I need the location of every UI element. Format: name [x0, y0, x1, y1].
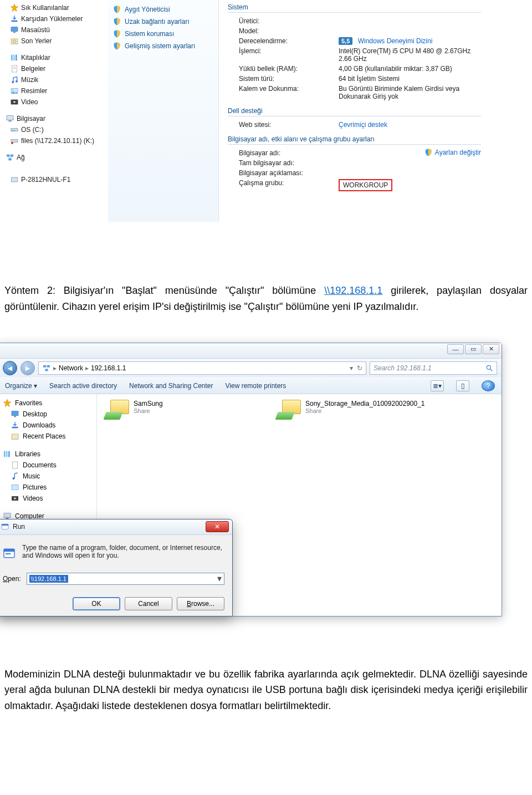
run-browse-button[interactable]: Browse... — [177, 597, 224, 610]
libraries-header[interactable]: Libraries — [1, 449, 94, 460]
run-input-value: \\192.168.1.1 — [29, 575, 68, 583]
task-device-manager[interactable]: Aygıt Yöneticisi — [112, 3, 214, 16]
svg-rect-8 — [16, 55, 17, 61]
shield-icon — [424, 148, 433, 157]
task-system-protection[interactable]: Sistem koruması — [112, 28, 214, 40]
tree-item[interactable]: Son Yerler — [3, 35, 105, 47]
run-ok-button[interactable]: OK — [73, 597, 120, 610]
run-title-text: Run — [13, 523, 25, 531]
run-open-row: Open: \\192.168.1.1 ▾ — [3, 573, 224, 585]
label: Üretici: — [239, 17, 339, 25]
close-button[interactable]: ✕ — [483, 344, 499, 354]
label: İşlemci: — [239, 47, 339, 63]
label: Videos — [23, 495, 43, 502]
search-input[interactable]: Search 192.168.1.1 — [370, 361, 497, 375]
section-dell: Dell desteği — [228, 107, 481, 116]
change-settings-link[interactable]: Ayarları değiştir — [424, 148, 481, 157]
list-item[interactable]: Pictures — [1, 482, 94, 493]
view-options-button[interactable]: ≣▾ — [431, 380, 444, 391]
tree-item[interactable]: OS (C:) — [3, 124, 105, 135]
chevron-down-icon[interactable]: ▾ — [217, 573, 222, 584]
svg-rect-40 — [4, 451, 6, 457]
libraries-header[interactable]: Kitaplıklar — [3, 52, 105, 63]
tree-item[interactable]: Müzik — [3, 74, 105, 85]
list-item[interactable]: Recent Places — [1, 431, 94, 442]
tree-item[interactable] — [3, 163, 105, 174]
network-header[interactable]: Ağ — [3, 152, 105, 163]
list-item[interactable]: Videos — [1, 493, 94, 504]
label: Sistem koruması — [125, 30, 174, 38]
favorites-header[interactable]: Favorites — [1, 398, 94, 409]
placeholder: Search 192.168.1.1 — [374, 364, 432, 372]
recent-icon — [11, 432, 19, 441]
run-open-label: Open: — [3, 575, 21, 583]
view-remote-printers[interactable]: View remote printers — [226, 382, 287, 390]
svg-marker-0 — [11, 4, 18, 11]
value: Intel(R) Core(TM) i5 CPU M 480 @ 2.67GHz… — [339, 47, 481, 63]
minimize-button[interactable]: — — [447, 344, 464, 354]
label: Downloads — [23, 421, 55, 429]
crumb-ip[interactable]: 192.168.1.1 — [91, 364, 126, 372]
pictures-icon — [10, 86, 19, 95]
label: Video — [21, 98, 38, 106]
tree-item[interactable]: files (\\172.24.10.11) (K:) — [3, 135, 105, 146]
value-link[interactable]: Çevrimiçi destek — [339, 121, 481, 129]
svg-rect-53 — [2, 524, 8, 526]
back-button[interactable]: ◄ — [3, 361, 17, 375]
tree-item[interactable]: Resimler — [3, 85, 105, 96]
network-sharing-center[interactable]: Network and Sharing Center — [129, 382, 213, 390]
tree-item[interactable]: Karşıdan Yüklemeler — [3, 13, 105, 24]
tree-item[interactable]: P-2812HNUL-F1 — [3, 174, 105, 185]
crumb-network[interactable]: Network — [59, 364, 83, 372]
rating-badge: 5,5 — [339, 37, 352, 45]
run-close-button[interactable]: ✕ — [206, 521, 229, 532]
forward-button[interactable]: ► — [21, 361, 35, 375]
document-icon — [10, 64, 19, 73]
maximize-button[interactable]: ▭ — [465, 344, 482, 354]
run-message: Type the name of a program, folder, docu… — [3, 544, 224, 563]
preview-pane-button[interactable]: ▯ — [456, 380, 469, 391]
label: files (\\172.24.10.11) (K:) — [21, 137, 94, 145]
breadcrumb[interactable]: ▸ Network ▸ 192.168.1.1 ▾ ↻ — [38, 361, 366, 375]
share-item[interactable]: SamSung Share — [105, 400, 260, 420]
svg-rect-37 — [14, 416, 16, 417]
help-button[interactable]: ? — [482, 380, 495, 391]
music-icon — [10, 75, 19, 84]
svg-point-13 — [16, 80, 18, 83]
tree-item[interactable]: Video — [3, 96, 105, 108]
task-advanced-settings[interactable]: Gelişmiş sistem ayarları — [112, 40, 214, 52]
row-ram: Yüklü bellek (RAM):4,00 GB (kullanılabil… — [226, 64, 481, 74]
task-remote-settings[interactable]: Uzak bağlantı ayarları — [112, 16, 214, 28]
tree-item[interactable]: Masaüstü — [3, 24, 105, 35]
rating-link[interactable]: Windows Deneyimi Dizini — [358, 37, 433, 45]
search-ad[interactable]: Search active directory — [49, 382, 117, 390]
share-item[interactable]: Sony_Storage_Media_010092002900_1 Share — [277, 400, 432, 420]
svg-line-27 — [8, 157, 10, 159]
ip-link[interactable]: \\192.168.1.1 — [324, 285, 382, 296]
list-item[interactable]: Downloads — [1, 420, 94, 431]
recent-icon — [10, 37, 19, 45]
tree-item[interactable]: Belgeler — [3, 63, 105, 74]
label: OS (C:) — [21, 126, 44, 134]
address-bar: ◄ ► ▸ Network ▸ 192.168.1.1 ▾ ↻ Search 1… — [0, 359, 502, 378]
value: 4,00 GB (kullanılabilir miktar: 3,87 GB) — [339, 65, 481, 73]
shield-icon — [112, 29, 121, 38]
computer-header[interactable]: Bilgisayar — [3, 113, 105, 124]
favorites-header[interactable]: Sık Kullanılanlar — [3, 2, 105, 13]
share-text: SamSung Share — [134, 400, 163, 414]
download-icon — [10, 14, 19, 23]
section-computername: Bilgisayar adı, etki alanı ve çalışma gr… — [228, 135, 481, 145]
explorer-toolbar: Organize ▾ Search active directory Netwo… — [0, 378, 502, 394]
row-rating: Derecelendirme: 5,5 Windows Deneyimi Diz… — [226, 36, 481, 46]
list-item[interactable]: Music — [1, 471, 94, 482]
glyph: — — [453, 346, 459, 353]
organize-menu[interactable]: Organize ▾ — [5, 382, 37, 390]
label: Karşıdan Yüklemeler — [21, 15, 83, 23]
list-item[interactable]: Documents — [1, 460, 94, 471]
run-open-input[interactable]: \\192.168.1.1 ▾ — [27, 573, 224, 585]
explorer-screenshot: — ▭ ✕ ◄ ► ▸ Network ▸ 192.168.1.1 ▾ ↻ Se… — [0, 343, 502, 616]
list-item[interactable]: Desktop — [1, 409, 94, 420]
label: Bilgisayar açıklaması: — [239, 169, 339, 177]
run-cancel-button[interactable]: Cancel — [125, 597, 172, 610]
glyph: ▭ — [470, 345, 476, 353]
